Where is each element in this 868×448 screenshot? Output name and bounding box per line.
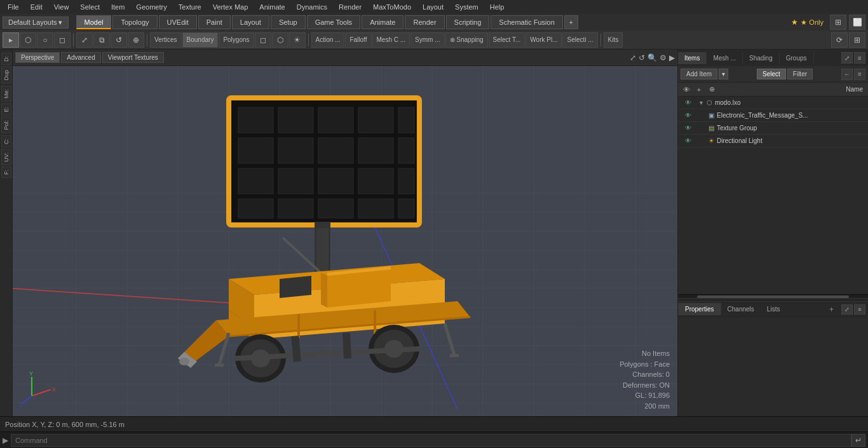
props-expand-icon[interactable]: ⤢	[841, 304, 853, 315]
settings-icon[interactable]: ⚙	[660, 53, 667, 62]
items-icon-2[interactable]: ≡	[854, 69, 865, 80]
layout-tab-add[interactable]: +	[564, 15, 578, 29]
layout-tab-schematic[interactable]: Schematic Fusion	[491, 15, 562, 29]
left-tab-d[interactable]: D:	[1, 53, 11, 65]
menu-texture[interactable]: Texture	[173, 2, 207, 12]
menu-select[interactable]: Select	[75, 2, 105, 12]
select-t-btn[interactable]: Select T...	[489, 32, 526, 48]
command-input[interactable]	[11, 434, 851, 447]
grid-view-btn[interactable]: ⊞	[849, 32, 865, 48]
add-item-button[interactable]: Add Item	[681, 69, 717, 79]
menu-file[interactable]: File	[3, 2, 24, 12]
layout-tab-animate[interactable]: Animate	[362, 15, 403, 29]
work-pl-btn[interactable]: Work Pl...	[526, 32, 562, 48]
more-icon[interactable]: ▶	[669, 53, 675, 62]
vis-btn-traffic[interactable]: 👁	[683, 111, 693, 121]
vis-btn-texture[interactable]: 👁	[683, 123, 693, 133]
select-button[interactable]: Select	[757, 69, 786, 79]
menu-maxtomode[interactable]: MaxToModo	[368, 2, 416, 12]
add-item-dropdown[interactable]: ▾	[719, 69, 728, 79]
tool-copy[interactable]: ⧉	[93, 32, 110, 48]
tool-mesh-type[interactable]: ◻	[255, 32, 271, 48]
falloff-btn[interactable]: Falloff	[345, 32, 371, 48]
viewport[interactable]: Perspective Advanced Viewport Textures ⤢…	[13, 50, 677, 416]
rotate-view-btn[interactable]: ⟳	[831, 32, 848, 48]
layout-icon-1[interactable]: ⊞	[830, 15, 846, 30]
vis-btn-root[interactable]: 👁	[683, 98, 693, 108]
props-tab-lists[interactable]: Lists	[761, 303, 787, 315]
command-execute-button[interactable]: ↵	[851, 434, 865, 447]
tool-circle[interactable]: ○	[37, 32, 53, 48]
layout-tab-render[interactable]: Render	[405, 15, 444, 29]
action-btn[interactable]: Action ...	[311, 32, 345, 48]
star-only-label[interactable]: ★ Only	[801, 18, 824, 27]
menu-system[interactable]: System	[450, 2, 484, 12]
tool-select[interactable]: ▸	[3, 32, 19, 48]
menu-edit[interactable]: Edit	[25, 2, 48, 12]
tool-light[interactable]: ☀	[289, 32, 306, 48]
layout-tab-topology[interactable]: Topology	[112, 15, 157, 29]
viewport-canvas[interactable]: No Items Polygons : Face Channels: 0 Def…	[13, 66, 677, 416]
props-tab-properties[interactable]: Properties	[678, 303, 721, 315]
viewport-tab-advanced[interactable]: Advanced	[61, 52, 100, 63]
tool-square[interactable]: ◻	[54, 32, 71, 48]
rp-settings-icon[interactable]: ≡	[854, 52, 865, 64]
menu-item[interactable]: Item	[106, 2, 130, 12]
selecti-btn[interactable]: Selecti ...	[562, 32, 597, 48]
layout-tab-setup[interactable]: Setup	[271, 15, 306, 29]
boundary-btn[interactable]: Boundary	[182, 32, 219, 48]
scene-tree[interactable]: 👁 ▼ ⬡ modo.lxo 👁 ▣ Electronic_Traffic_Me…	[678, 97, 868, 294]
tool-scale[interactable]: ⊕	[128, 32, 144, 48]
lock-all-btn[interactable]: +	[693, 85, 705, 95]
left-tab-c[interactable]: C:	[1, 135, 11, 147]
left-tab-pol[interactable]: Pol:	[1, 117, 11, 133]
tool-vertex[interactable]: ⬡	[20, 32, 36, 48]
left-tab-f[interactable]: F:	[1, 166, 11, 178]
items-icon-1[interactable]: ←	[841, 69, 853, 80]
mesh-btn[interactable]: Mesh C ...	[372, 32, 410, 48]
menu-render[interactable]: Render	[334, 2, 367, 12]
menu-vertex-map[interactable]: Vertex Map	[208, 2, 254, 12]
symm-btn[interactable]: Symm ...	[410, 32, 444, 48]
left-tab-uv[interactable]: UV:	[1, 149, 11, 165]
visibility-all-btn[interactable]: 👁	[681, 85, 692, 95]
polygons-btn[interactable]: Polygons	[219, 32, 254, 48]
props-tab-channels[interactable]: Channels	[721, 303, 761, 315]
layout-icon-2[interactable]: ⬜	[849, 15, 865, 30]
kits-btn[interactable]: Kits	[604, 32, 623, 48]
left-tab-e[interactable]: E:	[1, 104, 11, 116]
search-icon[interactable]: 🔍	[648, 53, 657, 62]
left-tab-me[interactable]: Me:	[1, 86, 11, 102]
refresh-icon[interactable]: ↺	[639, 53, 645, 62]
items-icon-3[interactable]: ⊕	[706, 85, 717, 95]
layout-tab-paint[interactable]: Paint	[198, 15, 231, 29]
props-tab-add[interactable]: +	[824, 302, 839, 316]
rp-expand-icon[interactable]: ⤢	[841, 52, 853, 64]
layout-tab-scripting[interactable]: Scripting	[446, 15, 490, 29]
menu-animate[interactable]: Animate	[254, 2, 290, 12]
tree-item-light[interactable]: 👁 ☀ Directional Light	[678, 135, 868, 147]
menu-help[interactable]: Help	[485, 2, 510, 12]
filter-button[interactable]: Filter	[787, 69, 813, 79]
tree-item-root[interactable]: 👁 ▼ ⬡ modo.lxo	[678, 97, 868, 109]
tool-move[interactable]: ⤢	[76, 32, 93, 48]
vis-btn-light[interactable]: 👁	[683, 136, 693, 146]
tool-rotate[interactable]: ↺	[111, 32, 127, 48]
layout-tab-uvedit[interactable]: UVEdit	[159, 15, 197, 29]
layout-dropdown[interactable]: Default Layouts ▾	[3, 17, 69, 29]
rp-tab-shading[interactable]: Shading	[743, 52, 780, 64]
tree-item-traffic[interactable]: 👁 ▣ Electronic_Traffic_Message_S...	[678, 109, 868, 122]
rp-tab-items[interactable]: Items	[678, 52, 707, 64]
menu-geometry[interactable]: Geometry	[131, 2, 172, 12]
layout-tab-model[interactable]: Model	[76, 15, 112, 29]
rp-tab-mesh[interactable]: Mesh ...	[707, 52, 743, 64]
selection-vertices-btn[interactable]: Vertices	[150, 32, 182, 48]
expand-icon[interactable]: ⤢	[630, 53, 636, 62]
tool-hex[interactable]: ⬡	[272, 32, 288, 48]
layout-tab-gametools[interactable]: Game Tools	[307, 15, 361, 29]
layout-tab-layout[interactable]: Layout	[232, 15, 269, 29]
tree-item-texture-group[interactable]: 👁 ▤ Texture Group	[678, 122, 868, 135]
left-tab-dup[interactable]: Dup	[1, 67, 11, 84]
menu-layout[interactable]: Layout	[417, 2, 449, 12]
viewport-tab-perspective[interactable]: Perspective	[15, 52, 60, 63]
